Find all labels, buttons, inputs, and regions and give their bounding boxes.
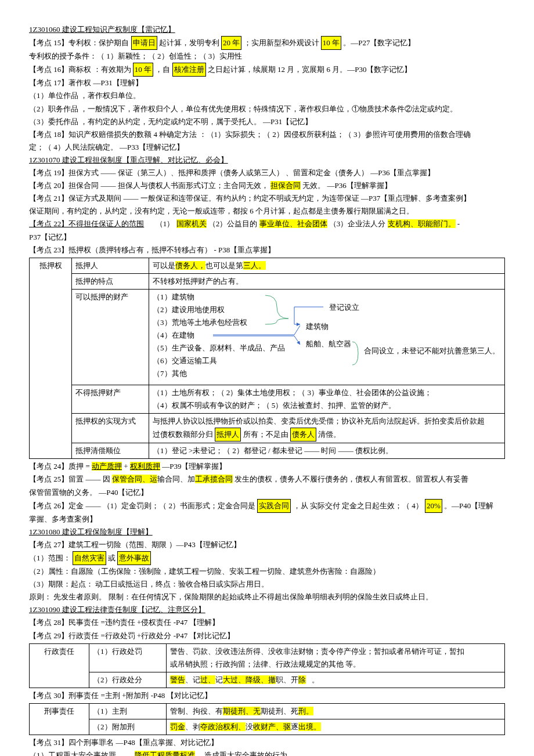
t23-r5c2: 抵押权的实现方式 xyxy=(72,414,149,443)
bracket-diagram-icon: 登记设立 建筑物 船舶、航空器 合同设立，未登记不能对抗善意第三人。 xyxy=(149,290,509,382)
p18-l2: 定；（ 4）人民法院确定。 —P33【理解记忆】 xyxy=(29,141,505,154)
t29-r1: （1）行政处罚 xyxy=(89,643,167,672)
point-23-title: 【考点 23】抵押权（质押转移占有，抵押不转移占有） - P38【重点掌握】 xyxy=(29,244,505,256)
t23-r6c2: 抵押清偿顺位 xyxy=(72,443,149,459)
p27-l1: （1）范围： 自然灾害 或 意外事故 xyxy=(29,551,505,565)
p24-mid: + xyxy=(124,462,130,471)
p26-l2: 掌握、多考查案例】 xyxy=(29,513,505,526)
p27-h2: 意外事故 xyxy=(117,551,151,565)
t30-r1: （1）主刑 xyxy=(89,704,167,719)
point-24: 【考点 24】质押 = 动产质押 + 权利质押 —P39【理解掌握】 xyxy=(29,460,505,473)
p31-l1: （1）工程重大安全事故罪 —— 降低工程质量标准 ，造成重大安全事故的行为。 xyxy=(29,749,505,756)
p22-pre: 【考点 22】不得担任保证人的范围 xyxy=(29,219,144,228)
t29-c1: 行政责任 xyxy=(30,643,89,688)
section-1090-title: 1Z301090 建设工程法律责任制度【记忆、注意区分】 xyxy=(29,603,505,616)
t23-r1c3h1: 债务人， xyxy=(175,261,205,270)
t30-r2v: 罚金、剥夺政治权利、没收财产、驱逐出境。 xyxy=(167,719,505,735)
t23-r5c3b: 过债权数额部分归 xyxy=(153,430,213,439)
t29-r2: （2）行政处分 xyxy=(89,672,167,688)
point-28: 【考点 28】民事责任 =违约责任 +侵权责任 -P47 【理解】 xyxy=(29,616,505,629)
p15-m2: ；实用新型和外观设计 xyxy=(244,38,319,47)
p20-h1: 担保合同 xyxy=(270,181,301,190)
anno-reg: 登记设立 xyxy=(329,303,359,312)
t23-r1c3b: 也可以是第 xyxy=(205,261,243,270)
t30-r2m3: 逐 xyxy=(291,722,298,731)
p21-l2: 保证期间，有约定的，从约定，没有约定，无论一般或连带，都按 6 个月计算，起点都… xyxy=(29,205,505,218)
point-17-title: 【考点 17】著作权 —P31【理解】 xyxy=(29,77,505,89)
p24-post: —P39【理解掌握】 xyxy=(162,462,226,471)
table-29-admin: 行政责任 （1）行政处罚 警告、罚款、没收违法所得、没收非法财物；责令停产停业；… xyxy=(29,643,505,688)
point-27-title: 【考点 27】建筑工程一切险（范围、期限 ）—P43【理解记忆】 xyxy=(29,538,505,551)
t29-r2m2: 记 xyxy=(215,675,223,684)
p27-l3: （3）期限：起点： 动工日或抵运日，终点：验收合格日或实际占用日。 xyxy=(29,578,505,591)
point-31-title: 【考点 31】四个刑事罪名 —P48【重点掌握、对比记忆】 xyxy=(29,736,505,749)
t23-r3c2: 可以抵押的财产 xyxy=(72,289,149,385)
t23-r2c2: 抵押的特点 xyxy=(72,273,149,289)
t30-r2h4: 出境。 xyxy=(298,722,321,731)
p27-l1b: 或 xyxy=(108,554,116,562)
p26-h2: 20% xyxy=(425,499,442,513)
p27-l1a: （1）范围： xyxy=(29,554,71,562)
t30-r2h1: 罚金 xyxy=(170,722,185,731)
p21-l1: 【考点 21】保证方式及期间 —— 一般保证和连带保证。有约从约；约定不明或无约… xyxy=(29,192,505,205)
t23-r5c3a: 与抵押人协议以抵押物折价或以拍卖、变卖后优先受偿；协议补充后向法院起诉。折拍变卖… xyxy=(153,417,485,425)
p22-l2: P37【记忆】 xyxy=(29,231,505,244)
t30-r1h2: 刑。 xyxy=(298,707,313,715)
t30-c1: 刑事责任 xyxy=(30,704,89,735)
p26-h1: 实践合同 xyxy=(257,499,291,513)
p15-m1: 起计算，发明专利 xyxy=(159,38,219,47)
p15-post: 。—P27【数字记忆】 xyxy=(343,38,415,47)
t23-r3c3: （1）建筑物 （2）建设用地使用权 （3）荒地等土地承包经营权 （4）在建物 （… xyxy=(149,289,505,385)
p27-l2: （2）属性：自愿险（工伤保险：强制险，建筑工程一切险、安装工程一切险、建筑意外伤… xyxy=(29,565,505,578)
p16-h2: 核准注册 xyxy=(172,63,206,77)
table-30-criminal: 刑事责任 （1）主刑 管制、拘役、有期徒刑、无期徒刑、死刑。 （2）附加刑 罚金… xyxy=(29,703,505,735)
t23-r5c3d: 清偿。 xyxy=(318,430,341,439)
p22-h1: 国家机关 xyxy=(176,219,207,228)
p25-m1: 输合同、加 xyxy=(157,475,195,483)
p17-l1: （1）单位作品 ，著作权归单位。 xyxy=(29,89,505,102)
p22-m2: （2）公益目的 xyxy=(208,219,258,228)
p16-post: 之日起计算，续展期 12 月，宽展期 6 月。—P30【数字记忆】 xyxy=(208,65,412,74)
p27-l4: 原则： 先发生者原则。 限制：在任何情况下，保险期限的起始或终止不得超出保险单明… xyxy=(29,591,505,603)
anno-ship: 船舶、航空器 xyxy=(306,339,351,348)
t30-r1a: 管制、拘役、有 xyxy=(170,707,223,715)
t30-r2m1: 、剥 xyxy=(185,722,200,731)
p25-h2: 工承揽合同 xyxy=(195,475,233,483)
t29-r2v: 警告、记过、记大过、降级、撤职、开除 。 xyxy=(167,672,505,688)
table-23-mortgage: 抵押权 抵押人 可以是债务人，也可以是第三人。 抵押的特点 不转移对抵押财产的占… xyxy=(29,258,505,460)
p22-h3: 支机构、职能部门。 xyxy=(388,219,456,228)
p16-h1: 10 年 xyxy=(133,63,153,77)
t30-r2m2: 没 xyxy=(246,722,253,731)
t23-r1c3a: 可以是 xyxy=(153,261,175,270)
t23-r5h2: 债务人 xyxy=(290,428,316,442)
p26-mid: ，从 实际交付 定金之日起生效；（ 4） xyxy=(293,501,423,510)
p24-pre: 【考点 24】质押 = xyxy=(29,462,92,471)
t29-r2h5: 除 xyxy=(298,675,306,684)
p16-m1: ，自 xyxy=(155,65,170,74)
point-19: 【考点 19】担保方式 —— 保证（第三人）、抵押和质押（债务人或第三人） 、留… xyxy=(29,167,505,179)
section-1060-title: 1Z301060 建设工程知识产权制度【需记忆】 xyxy=(29,23,505,36)
p20-pre: 【考点 20】担保合同 —— 担保人与债权人书面形式订立；主合同无效， xyxy=(29,181,269,190)
section-1070-title: 1Z301070 建设工程担保制度【重点理解、对比记忆、必会】 xyxy=(29,154,505,167)
point-16: 【考点 16】商标权 ：有效期为 10 年 ，自 核准注册 之日起计算，续展期 … xyxy=(29,63,505,77)
p17-l3: （3）委托作品 ，有约定的从约定，无约定或约定不明，属于受托人。 —P31【记忆… xyxy=(29,115,505,128)
p24-h2: 权利质押 xyxy=(130,462,160,471)
t30-r2h3: 收财产、驱 xyxy=(253,722,291,731)
t23-r4c2: 不得抵押财产 xyxy=(72,385,149,413)
t29-r2h1: 警告 xyxy=(170,675,185,684)
t30-r1m1: 期徒刑、死 xyxy=(261,707,298,715)
t29-r1v: 警告、罚款、没收违法所得、没收非法财物；责令停产停业；暂扣或者吊销许可证，暂扣 … xyxy=(167,643,505,672)
p22-m1: （1） xyxy=(156,219,175,228)
t29-r2m3: 职、开 xyxy=(276,675,298,684)
t30-r2h2: 夺政治权利、 xyxy=(200,722,246,731)
p22-h2: 事业单位、社会团体 xyxy=(259,219,327,228)
t30-r1v: 管制、拘役、有期徒刑、无期徒刑、死刑。 xyxy=(167,704,505,719)
point-15: 【考点 15】专利权：保护期自 申请日 起计算，发明专利 20 年 ；实用新型和… xyxy=(29,36,505,50)
p15-h2: 20 年 xyxy=(221,36,241,50)
t29-r2h3: 大过、降 xyxy=(223,675,253,684)
point-25: 【考点 25】留置 —— 因 保管合同、运输合同、加工承揽合同 发生的债权，债务… xyxy=(29,473,505,486)
t23-r6c3: （1）登记 >未登记；（ 2）都登记 / 都未登记 —— 时间 —— 债权比例。 xyxy=(149,443,505,459)
t23-r1c2: 抵押人 xyxy=(72,258,149,273)
p31-h1: 降低工程质量标准 xyxy=(135,751,195,756)
anno-contract: 合同设立，未登记不能对抗善意第三人。 xyxy=(364,346,500,355)
